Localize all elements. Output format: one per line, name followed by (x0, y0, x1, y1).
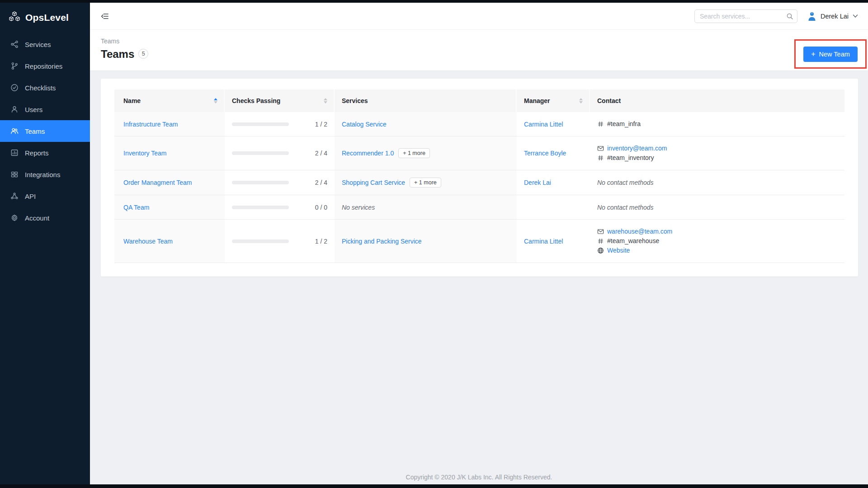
sort-icons (214, 98, 217, 103)
sidebar-item-label: Account (25, 214, 49, 222)
checks-progress-bar (232, 122, 289, 126)
contact-method: #team_infra (597, 119, 641, 129)
manager-link[interactable]: Derek Lai (524, 179, 551, 186)
table-row: Inventory Team2 / 4Recommender 1.0+ 1 mo… (114, 136, 844, 170)
user-icon (10, 105, 19, 113)
checklist-icon (10, 84, 19, 92)
contact-method: Website (597, 246, 672, 255)
cell-contact: #team_infra (590, 112, 844, 136)
logo-text: OpsLevel (25, 12, 69, 23)
column-header-label: Manager (524, 97, 550, 104)
checks-progress-bar (232, 181, 289, 184)
window-top-strip (0, 0, 868, 3)
cell-manager: Carmina Littel (517, 112, 590, 136)
branch-icon (10, 62, 19, 70)
more-services-chip[interactable]: + 1 more (398, 148, 430, 158)
sort-desc-icon (214, 101, 217, 103)
reports-icon (10, 149, 19, 157)
cell-manager: Carmina Littel (517, 220, 590, 263)
cell-manager (517, 195, 590, 219)
search-input[interactable] (694, 9, 797, 23)
contact-link[interactable]: inventory@team.com (607, 144, 667, 153)
teams-table-card: NameChecks PassingServicesManagerContact… (101, 79, 858, 277)
topbar: Derek Lai (90, 3, 868, 30)
service-link[interactable]: Recommender 1.0 (342, 150, 394, 157)
cell-contact: No contact methods (590, 170, 844, 195)
slack-icon (597, 155, 604, 161)
window-bottom-strip (0, 484, 868, 488)
sidebar-item-checklists[interactable]: Checklists (0, 77, 90, 99)
team-link[interactable]: Infrastructure Team (123, 121, 178, 128)
menu-fold-icon[interactable] (101, 12, 109, 20)
teams-count-badge: 5 (138, 49, 148, 59)
teams-icon (10, 127, 19, 135)
cell-contact: No contact methods (590, 195, 844, 219)
plus-icon: + (811, 51, 815, 58)
column-header-services: Services (335, 89, 517, 112)
service-link[interactable]: Shopping Cart Service (342, 179, 405, 186)
service-link[interactable]: Picking and Packing Service (342, 238, 422, 245)
column-header-name[interactable]: Name (114, 89, 225, 112)
page-header: Teams Teams 5 + New Team (90, 30, 868, 71)
sidebar-item-label: Teams (25, 127, 45, 135)
column-header-label: Services (342, 97, 368, 104)
sidebar-item-label: Integrations (25, 171, 60, 178)
cell-contact: warehouse@team.com#team_warehouseWebsite (590, 220, 844, 263)
sidebar-item-integrations[interactable]: Integrations (0, 164, 90, 185)
opslevel-logo-icon (8, 11, 21, 24)
sidebar-item-teams[interactable]: Teams (0, 120, 90, 142)
cell-manager: Derek Lai (517, 170, 590, 195)
sidebar-item-api[interactable]: API (0, 185, 90, 207)
cell-team-name: QA Team (114, 195, 225, 219)
sidebar-item-users[interactable]: Users (0, 99, 90, 120)
new-team-button-label: New Team (819, 51, 850, 58)
sidebar-item-label: Repositories (25, 62, 62, 70)
contact-text: #team_inventory (607, 153, 654, 163)
manager-link[interactable]: Terrance Boyle (524, 150, 566, 157)
contact-text: #team_warehouse (607, 236, 659, 246)
contact-methods: warehouse@team.com#team_warehouseWebsite (597, 227, 672, 255)
cell-services: No services (335, 195, 517, 219)
cell-checks-passing: 1 / 2 (225, 220, 335, 263)
new-team-button[interactable]: + New Team (803, 47, 858, 62)
sidebar-item-repositories[interactable]: Repositories (0, 55, 90, 77)
no-contact-label: No contact methods (597, 204, 654, 211)
sidebar-item-account[interactable]: Account (0, 207, 90, 229)
page-title: Teams (101, 47, 134, 61)
api-icon (10, 192, 19, 200)
contact-link[interactable]: Website (607, 246, 630, 255)
team-link[interactable]: Warehouse Team (123, 238, 173, 245)
column-header-checks-passing[interactable]: Checks Passing (225, 89, 335, 112)
more-services-chip[interactable]: + 1 more (410, 178, 441, 188)
email-icon (597, 228, 604, 235)
email-icon (597, 145, 604, 152)
cell-manager: Terrance Boyle (517, 136, 590, 170)
teams-table: NameChecks PassingServicesManagerContact… (114, 89, 844, 263)
checks-progress-bar (232, 206, 289, 209)
checks-value: 1 / 2 (315, 238, 328, 245)
table-header-row: NameChecks PassingServicesManagerContact (114, 89, 844, 112)
team-link[interactable]: Inventory Team (123, 150, 166, 157)
sidebar-item-services[interactable]: Services (0, 33, 90, 55)
cell-services: Shopping Cart Service+ 1 more (335, 170, 517, 195)
search-icon[interactable] (786, 13, 793, 20)
service-link[interactable]: Catalog Service (342, 121, 387, 128)
manager-link[interactable]: Carmina Littel (524, 121, 563, 128)
sidebar-item-reports[interactable]: Reports (0, 142, 90, 164)
contact-method: inventory@team.com (597, 144, 667, 153)
content-area: NameChecks PassingServicesManagerContact… (90, 71, 868, 484)
logo[interactable]: OpsLevel (0, 0, 90, 24)
checks-value: 2 / 4 (315, 179, 328, 186)
checks-value: 2 / 4 (315, 150, 328, 157)
table-row: Order Managment Team2 / 4Shopping Cart S… (114, 170, 844, 195)
account-icon (10, 214, 19, 222)
cell-checks-passing: 1 / 2 (225, 112, 335, 136)
team-link[interactable]: QA Team (123, 204, 149, 211)
column-header-manager[interactable]: Manager (517, 89, 590, 112)
team-link[interactable]: Order Managment Team (123, 179, 192, 186)
user-menu[interactable]: Derek Lai (807, 11, 858, 22)
contact-methods: #team_infra (597, 119, 641, 129)
manager-link[interactable]: Carmina Littel (524, 238, 563, 245)
cell-checks-passing: 2 / 4 (225, 170, 335, 195)
contact-link[interactable]: warehouse@team.com (607, 227, 672, 236)
